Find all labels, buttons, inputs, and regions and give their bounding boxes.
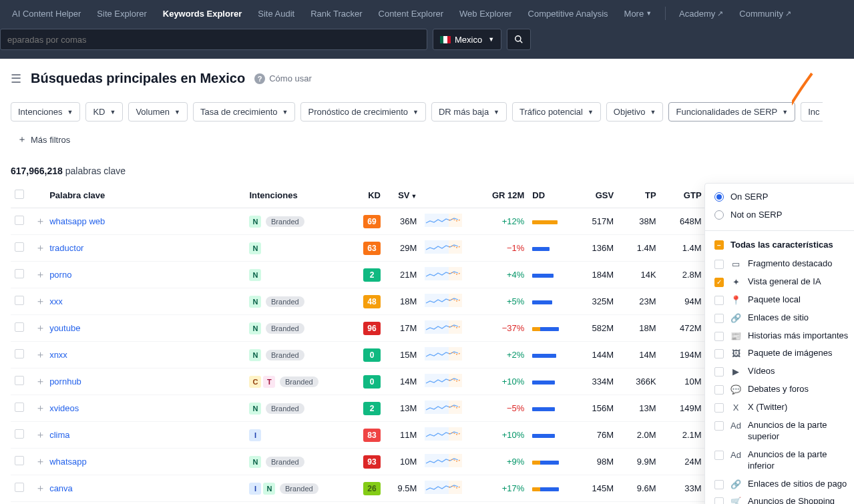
tp-cell: 1.4M: [618, 235, 660, 262]
keyword-link[interactable]: clima: [49, 430, 69, 440]
feature-icon: ▶: [730, 366, 741, 376]
filter-inc-partial[interactable]: Inc: [801, 102, 822, 121]
col-gtp[interactable]: GTP: [660, 183, 706, 208]
add-to-list-icon[interactable]: ＋: [35, 482, 45, 493]
keyword-link[interactable]: whatsapp: [49, 457, 87, 467]
col-tp[interactable]: TP: [618, 183, 660, 208]
howto-link[interactable]: ? Cómo usar: [254, 73, 312, 84]
feature-option[interactable]: ✓ ✦ Vista general de IA: [705, 273, 854, 291]
sv-cell: 13M: [385, 395, 421, 422]
row-checkbox[interactable]: [15, 349, 24, 358]
intents-cell: I: [245, 422, 351, 449]
col-intenciones[interactable]: Intenciones: [245, 183, 351, 208]
sparkline-cell: [421, 235, 475, 262]
more-filters-button[interactable]: ＋ Más filtros: [11, 130, 77, 150]
all-features-row[interactable]: − Todas las características: [705, 234, 854, 255]
select-all-checkbox[interactable]: [15, 190, 24, 199]
keyword-input[interactable]: [0, 29, 427, 50]
nav-more[interactable]: More▼: [618, 0, 659, 27]
filter-trafico-potencial[interactable]: Tráfico potencial▼: [512, 102, 601, 121]
col-kd[interactable]: KD: [351, 183, 385, 208]
add-to-list-icon[interactable]: ＋: [35, 295, 45, 306]
nav-competitive-analysis[interactable]: Competitive Analysis: [521, 0, 615, 27]
row-checkbox[interactable]: [15, 216, 24, 225]
keyword-link[interactable]: xxx: [49, 296, 63, 306]
feature-option[interactable]: 🖼 Paquete de imágenes: [705, 344, 854, 362]
nav-rank-tracker[interactable]: Rank Tracker: [304, 0, 369, 27]
row-checkbox[interactable]: [15, 403, 24, 412]
nav-site-audit[interactable]: Site Audit: [251, 0, 301, 27]
filter-pronostico[interactable]: Pronóstico de crecimiento▼: [300, 102, 426, 121]
feature-option[interactable]: 📍 Paquete local: [705, 291, 854, 309]
dd-bar: [532, 327, 559, 331]
feature-option[interactable]: 📰 Historias más importantes: [705, 327, 854, 345]
nav-content-explorer[interactable]: Content Explorer: [372, 0, 451, 27]
nav-community[interactable]: Community↗: [732, 0, 798, 27]
feature-option[interactable]: 🔗 Enlaces de sitios de pago: [705, 475, 854, 493]
radio-on-serp[interactable]: On SERP: [705, 188, 854, 206]
feature-label: X (Twitter): [748, 402, 787, 413]
nav-keywords-explorer[interactable]: Keywords Explorer: [156, 0, 249, 27]
filter-tasa-crecimiento[interactable]: Tasa de crecimiento▼: [193, 102, 296, 121]
keyword-link[interactable]: xvideos: [49, 403, 79, 413]
keyword-link[interactable]: whatsapp web: [49, 216, 105, 226]
keyword-link[interactable]: pornhub: [49, 376, 81, 387]
filter-volumen[interactable]: Volumen▼: [128, 102, 188, 121]
feature-option[interactable]: 🔗 Enlaces de sitio: [705, 309, 854, 327]
sparkline-cell: [421, 342, 475, 368]
filter-serp-features[interactable]: Funcionalidades de SERP▼: [668, 102, 795, 121]
add-to-list-icon[interactable]: ＋: [35, 322, 45, 333]
add-to-list-icon[interactable]: ＋: [35, 375, 45, 387]
row-checkbox[interactable]: [15, 296, 24, 305]
nav-web-explorer[interactable]: Web Explorer: [453, 0, 519, 27]
keyword-link[interactable]: canva: [49, 483, 73, 493]
col-sv[interactable]: SV▼: [385, 183, 421, 208]
keyword-link[interactable]: youtube: [49, 323, 80, 333]
add-to-list-icon[interactable]: ＋: [35, 429, 45, 440]
add-to-list-icon[interactable]: ＋: [35, 455, 45, 467]
row-checkbox[interactable]: [15, 429, 24, 439]
filter-intenciones[interactable]: Intenciones▼: [11, 102, 80, 121]
row-checkbox[interactable]: [15, 269, 24, 278]
row-checkbox[interactable]: [15, 483, 24, 492]
col-gr12m[interactable]: GR 12M: [475, 183, 528, 208]
add-to-list-icon[interactable]: ＋: [35, 242, 45, 253]
add-to-list-icon[interactable]: ＋: [35, 268, 45, 280]
feature-option[interactable]: ▭ Fragmento destacado: [705, 255, 854, 273]
menu-icon[interactable]: ☰: [11, 71, 21, 86]
feature-option[interactable]: 🛒 Anuncios de Shopping: [705, 493, 854, 504]
dd-cell: [528, 208, 572, 235]
nav-site-explorer[interactable]: Site Explorer: [90, 0, 153, 27]
filter-dr-mas-baja[interactable]: DR más baja▼: [431, 102, 507, 121]
add-to-list-icon[interactable]: ＋: [35, 348, 45, 360]
row-checkbox[interactable]: [15, 456, 24, 465]
row-checkbox[interactable]: [15, 322, 24, 332]
filter-kd[interactable]: KD▼: [85, 102, 123, 121]
row-checkbox[interactable]: [15, 242, 24, 252]
add-to-list-icon[interactable]: ＋: [35, 402, 45, 413]
radio-not-on-serp[interactable]: Not on SERP: [705, 206, 854, 224]
feature-option[interactable]: Ad Anuncios de la parte superior: [705, 417, 854, 446]
country-selector[interactable]: Mexico ▼: [433, 29, 501, 50]
row-checkbox[interactable]: [15, 376, 24, 385]
col-dd[interactable]: DD: [528, 183, 572, 208]
sv-cell: 36M: [385, 208, 421, 235]
keyword-link[interactable]: xnxx: [49, 350, 67, 360]
col-keyword[interactable]: Palabra clave: [45, 183, 245, 208]
filter-objetivo[interactable]: Objetivo▼: [606, 102, 664, 121]
nav-academy[interactable]: Academy↗: [672, 0, 730, 27]
add-to-list-icon[interactable]: ＋: [35, 215, 45, 226]
search-button[interactable]: [507, 29, 531, 50]
kd-badge: 63: [363, 242, 381, 255]
nav-ai-content[interactable]: AI Content Helper: [5, 0, 87, 27]
feature-option[interactable]: X X (Twitter): [705, 399, 854, 417]
feature-option[interactable]: ▶ Vídeos: [705, 362, 854, 381]
filter-bar-row2: ＋ Más filtros: [0, 125, 854, 154]
col-gsv[interactable]: GSV: [572, 183, 618, 208]
feature-option[interactable]: 💬 Debates y foros: [705, 381, 854, 399]
checkbox-icon: ✓: [714, 278, 724, 287]
keyword-link[interactable]: traductor: [49, 243, 83, 253]
keyword-link[interactable]: porno: [49, 270, 71, 280]
feature-option[interactable]: Ad Anuncios de la parte inferior: [705, 446, 854, 475]
chevron-down-icon: ▼: [282, 109, 288, 115]
